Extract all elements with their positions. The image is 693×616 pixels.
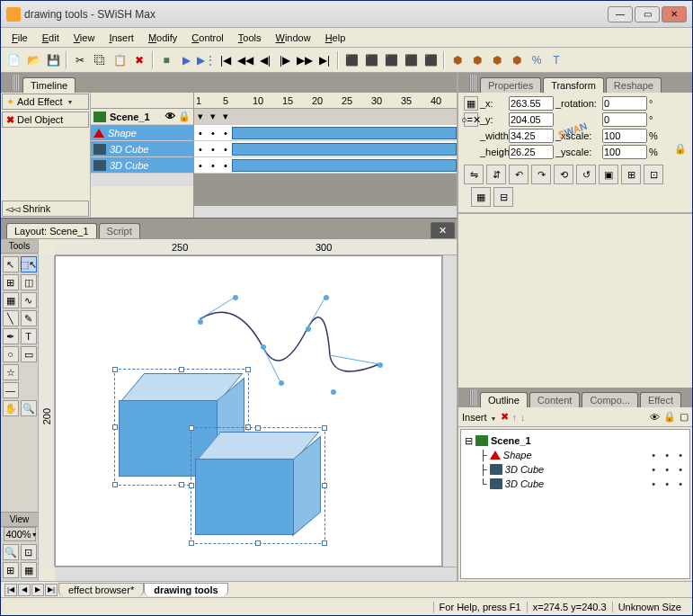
rulers-button[interactable]: ⊞: [3, 562, 19, 578]
lock-aspect-button[interactable]: 🔒: [674, 143, 687, 155]
forward-button[interactable]: |▶: [276, 51, 294, 69]
script-tab[interactable]: Script: [99, 223, 140, 238]
rotate-cw-button[interactable]: ↷: [531, 165, 551, 184]
timeline-tab[interactable]: Timeline: [22, 77, 76, 93]
subselect-tool[interactable]: ⬚↖: [21, 256, 37, 272]
new-button[interactable]: 📄: [4, 51, 22, 69]
timeline-ruler[interactable]: 1 5 10 15 20 25 30 35 40: [194, 93, 457, 109]
rotate-180-button[interactable]: ⟲: [554, 165, 573, 184]
timeline-hscroll[interactable]: [194, 205, 457, 218]
menu-tools[interactable]: Tools: [231, 31, 269, 45]
line-tool[interactable]: ╲: [3, 310, 19, 326]
stop-button[interactable]: ■: [157, 51, 175, 69]
step-fwd-button[interactable]: ▶▶: [296, 51, 314, 69]
canvas[interactable]: [55, 255, 442, 567]
export-exe-button[interactable]: ⬢: [488, 51, 506, 69]
ff-button[interactable]: ▶|: [315, 51, 333, 69]
zoom-select[interactable]: 400%▼: [4, 527, 36, 541]
grid-snap-button[interactable]: ▦: [471, 187, 491, 207]
doc-tab[interactable]: drawing tools: [144, 583, 228, 596]
hand-tool[interactable]: ✋: [3, 400, 19, 416]
tree-item[interactable]: └3D Cube• • •: [465, 477, 686, 491]
outline-up-button[interactable]: ↑: [512, 412, 518, 423]
zoom-tool[interactable]: 🔍: [21, 400, 37, 416]
timeline-scene-row[interactable]: Scene_1👁 🔒: [91, 109, 193, 125]
step-back-button[interactable]: ◀◀: [236, 51, 254, 69]
x-input[interactable]: [509, 96, 554, 111]
outline-eye-button[interactable]: 👁: [650, 412, 660, 423]
zoom-fit-button[interactable]: ⊡: [21, 544, 37, 560]
curve-handle[interactable]: [233, 295, 238, 300]
track-row[interactable]: •••: [194, 125, 457, 141]
ellipse-tool[interactable]: ○: [3, 346, 19, 362]
rotation-input[interactable]: [602, 96, 647, 111]
perspective-tool[interactable]: ◫: [21, 274, 37, 290]
track-row[interactable]: •••: [194, 141, 457, 157]
properties-tab[interactable]: Properties: [480, 77, 541, 93]
canvas-hscroll[interactable]: [55, 567, 457, 581]
rectangle-tool[interactable]: ▭: [21, 346, 37, 362]
layout-tab[interactable]: Layout: Scene_1: [6, 223, 97, 238]
minimize-button[interactable]: —: [608, 6, 633, 22]
reshape-tool[interactable]: ⊞: [3, 274, 19, 290]
motion-path-tool[interactable]: ∿: [21, 292, 37, 308]
skew-input[interactable]: [602, 112, 647, 127]
text-tool-button[interactable]: T: [547, 51, 565, 69]
curve-handle[interactable]: [279, 380, 284, 386]
nine-slice-button[interactable]: ⊞: [621, 165, 641, 184]
outline-delete-button[interactable]: ✖: [501, 411, 509, 423]
shrink-button[interactable]: ◅◅Shrink: [2, 201, 89, 217]
insert-button-button[interactable]: ⬛: [362, 51, 380, 69]
canvas-vscroll[interactable]: [442, 255, 457, 567]
panel-grip-icon[interactable]: [12, 75, 19, 91]
layout-close-button[interactable]: ✕: [431, 222, 455, 238]
track-row[interactable]: •••: [194, 157, 457, 174]
transform-tab[interactable]: Transform: [543, 77, 604, 93]
pixel-snap-button[interactable]: ⊟: [493, 187, 513, 207]
knife-tool[interactable]: —: [3, 382, 19, 398]
y-input[interactable]: [509, 112, 554, 127]
layer-scroll[interactable]: [91, 174, 193, 186]
copy-button[interactable]: ⿻: [91, 51, 109, 69]
effect-tab[interactable]: Effect: [640, 392, 681, 407]
curve-handle[interactable]: [324, 295, 329, 300]
rotate-ccw-button[interactable]: ↶: [509, 165, 529, 184]
tree-item[interactable]: ├3D Cube• • •: [465, 462, 686, 477]
tree-scene[interactable]: ⊟Scene_1: [465, 433, 686, 448]
yscale-input[interactable]: [602, 145, 647, 159]
outline-lock-button[interactable]: 🔒: [663, 411, 676, 423]
export-html-button[interactable]: ⬢: [468, 51, 486, 69]
export-swf-button[interactable]: ⬢: [449, 51, 466, 69]
del-object-button[interactable]: ✖Del Object: [2, 112, 89, 128]
curve-anchor[interactable]: [306, 326, 311, 332]
tab-next-button[interactable]: ▶: [31, 584, 44, 596]
select-tool[interactable]: ↖: [3, 256, 19, 272]
insert-text-button[interactable]: ⬛: [422, 51, 440, 69]
rewind-button[interactable]: |◀: [217, 51, 235, 69]
text-tool[interactable]: T: [21, 328, 37, 344]
content-tab[interactable]: Content: [529, 392, 581, 407]
maximize-button[interactable]: ▭: [635, 6, 660, 22]
curve-anchor[interactable]: [261, 344, 266, 350]
pencil-tool[interactable]: ✎: [21, 310, 37, 326]
align-button[interactable]: ▣: [599, 165, 618, 184]
outline-outline-button[interactable]: ▢: [680, 411, 689, 423]
menu-control[interactable]: Control: [184, 31, 230, 45]
autoshape-tool[interactable]: ☆: [3, 364, 19, 380]
pen-tool[interactable]: ✒: [3, 328, 19, 344]
outline-insert-button[interactable]: Insert ▼: [462, 412, 497, 423]
doc-tab[interactable]: effect browser*: [58, 583, 144, 596]
menu-file[interactable]: File: [4, 31, 35, 45]
origin-button[interactable]: ○=✕: [464, 112, 478, 127]
insert-scene-button[interactable]: ⬛: [342, 51, 360, 69]
play-effect-button[interactable]: ▶⋮: [197, 51, 215, 69]
height-input[interactable]: [509, 145, 554, 159]
components-tab[interactable]: Compo...: [582, 392, 638, 407]
tab-prev-button[interactable]: ◀: [18, 584, 31, 596]
timeline-layer-row[interactable]: 3D Cube: [91, 141, 193, 157]
outline-tab[interactable]: Outline: [480, 392, 528, 407]
open-button[interactable]: 📂: [24, 51, 42, 69]
flip-h-button[interactable]: ⇋: [464, 165, 484, 184]
insert-shape-button[interactable]: ⬛: [402, 51, 420, 69]
selection-box[interactable]: [191, 427, 325, 544]
